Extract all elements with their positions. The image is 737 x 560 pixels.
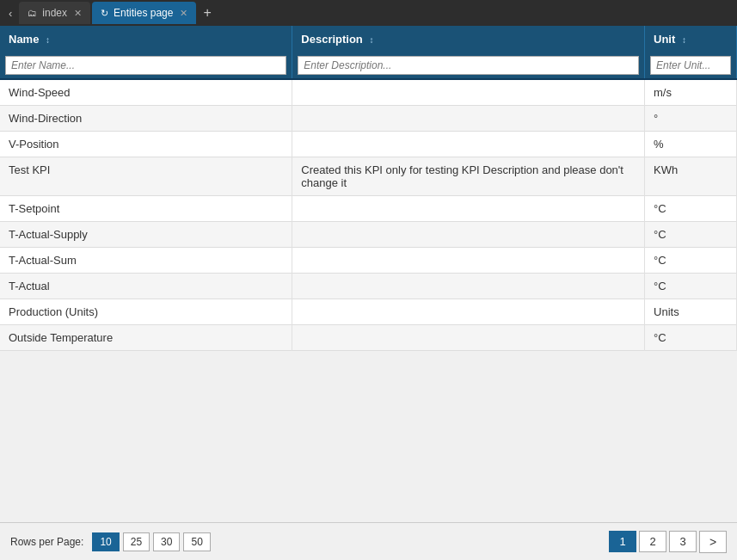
table-body: Wind-Speedm/sWind-Direction°V-Position%T… bbox=[0, 79, 737, 351]
table-header-row: Name ↕ Description ↕ Unit ↕ bbox=[0, 26, 737, 52]
cell-unit: °C bbox=[645, 274, 737, 299]
table-row: T-Actual°C bbox=[0, 274, 737, 299]
cell-description bbox=[292, 325, 645, 351]
table-filter-row bbox=[0, 52, 737, 79]
table-row: Wind-Direction° bbox=[0, 106, 737, 132]
cell-unit: m/s bbox=[645, 79, 737, 106]
filter-description-input[interactable] bbox=[298, 56, 639, 75]
cell-unit: °C bbox=[645, 222, 737, 248]
cell-name: Production (Units) bbox=[0, 299, 292, 325]
page-size-10-button[interactable]: 10 bbox=[92, 532, 119, 551]
entities-table: Name ↕ Description ↕ Unit ↕ bbox=[0, 26, 737, 351]
cell-name: Outside Temperature bbox=[0, 325, 292, 351]
tab-index-label: index bbox=[42, 7, 67, 19]
cell-unit: ° bbox=[645, 106, 737, 132]
tab-bar: ‹ 🗂 index ✕ ↻ Entities page ✕ + bbox=[0, 0, 737, 26]
table-row: V-Position% bbox=[0, 132, 737, 157]
cell-name: Wind-Direction bbox=[0, 106, 292, 132]
table-row: Production (Units)Units bbox=[0, 299, 737, 325]
cell-name: V-Position bbox=[0, 132, 292, 157]
table-row: T-Actual-Sum°C bbox=[0, 248, 737, 274]
footer: Rows per Page: 10253050 123 > bbox=[0, 522, 737, 560]
tab-index-close[interactable]: ✕ bbox=[74, 8, 82, 19]
cell-unit: °C bbox=[645, 196, 737, 222]
page-size-50-button[interactable]: 50 bbox=[183, 532, 210, 551]
page-size-25-button[interactable]: 25 bbox=[123, 532, 150, 551]
column-unit-label: Unit bbox=[654, 33, 675, 46]
tab-index[interactable]: 🗂 index ✕ bbox=[19, 2, 90, 24]
pagination: 123 > bbox=[609, 531, 727, 553]
cell-name: T-Setpoint bbox=[0, 196, 292, 222]
tab-entities[interactable]: ↻ Entities page ✕ bbox=[92, 2, 196, 24]
cell-unit: KWh bbox=[645, 157, 737, 196]
cell-description bbox=[292, 132, 645, 157]
cell-description bbox=[292, 248, 645, 274]
page-3-button[interactable]: 3 bbox=[669, 531, 697, 552]
table-container: Name ↕ Description ↕ Unit ↕ bbox=[0, 26, 737, 522]
page-2-button[interactable]: 2 bbox=[639, 531, 666, 552]
filter-cell-description bbox=[292, 52, 645, 79]
table-row: T-Actual-Supply°C bbox=[0, 222, 737, 248]
tab-entities-label: Entities page bbox=[114, 7, 173, 19]
cell-description bbox=[292, 299, 645, 325]
rows-per-page-section: Rows per Page: 10253050 bbox=[10, 532, 211, 551]
add-tab-button[interactable]: + bbox=[198, 5, 216, 21]
table-row: Test KPICreated this KPI only for testin… bbox=[0, 157, 737, 196]
index-tab-icon: 🗂 bbox=[28, 8, 37, 18]
page-size-buttons: 10253050 bbox=[92, 532, 210, 551]
filter-name-input[interactable] bbox=[5, 56, 286, 75]
name-sort-icon[interactable]: ↕ bbox=[46, 35, 50, 45]
main-content: Name ↕ Description ↕ Unit ↕ bbox=[0, 26, 737, 560]
unit-sort-icon[interactable]: ↕ bbox=[682, 35, 686, 45]
column-name-label: Name bbox=[9, 33, 39, 46]
cell-name: T-Actual bbox=[0, 274, 292, 299]
cell-description bbox=[292, 274, 645, 299]
cell-name: T-Actual-Sum bbox=[0, 248, 292, 274]
page-1-button[interactable]: 1 bbox=[609, 531, 636, 552]
cell-description bbox=[292, 196, 645, 222]
description-sort-icon[interactable]: ↕ bbox=[369, 35, 373, 45]
next-page-button[interactable]: > bbox=[699, 531, 727, 553]
cell-name: T-Actual-Supply bbox=[0, 222, 292, 248]
cell-description bbox=[292, 222, 645, 248]
column-description-label: Description bbox=[301, 33, 363, 46]
column-header-name[interactable]: Name ↕ bbox=[0, 26, 292, 52]
cell-description bbox=[292, 106, 645, 132]
page-size-30-button[interactable]: 30 bbox=[153, 532, 180, 551]
cell-unit: Units bbox=[645, 299, 737, 325]
tab-entities-close[interactable]: ✕ bbox=[180, 8, 187, 19]
cell-unit: °C bbox=[645, 325, 737, 351]
filter-cell-name bbox=[0, 52, 292, 79]
cell-unit: % bbox=[645, 132, 737, 157]
cell-unit: °C bbox=[645, 248, 737, 274]
entities-tab-icon: ↻ bbox=[101, 8, 108, 19]
cell-name: Test KPI bbox=[0, 157, 292, 196]
column-header-description[interactable]: Description ↕ bbox=[292, 26, 645, 52]
table-row: Outside Temperature°C bbox=[0, 325, 737, 351]
rows-per-page-label: Rows per Page: bbox=[10, 536, 83, 548]
table-row: Wind-Speedm/s bbox=[0, 79, 737, 106]
back-button[interactable]: ‹ bbox=[3, 3, 17, 23]
cell-description bbox=[292, 79, 645, 106]
cell-description: Created this KPI only for testing KPI De… bbox=[292, 157, 645, 196]
table-row: T-Setpoint°C bbox=[0, 196, 737, 222]
page-number-buttons: 123 bbox=[609, 531, 697, 552]
column-header-unit[interactable]: Unit ↕ bbox=[645, 26, 737, 52]
filter-cell-unit bbox=[645, 52, 737, 79]
cell-name: Wind-Speed bbox=[0, 79, 292, 106]
filter-unit-input[interactable] bbox=[650, 56, 731, 75]
